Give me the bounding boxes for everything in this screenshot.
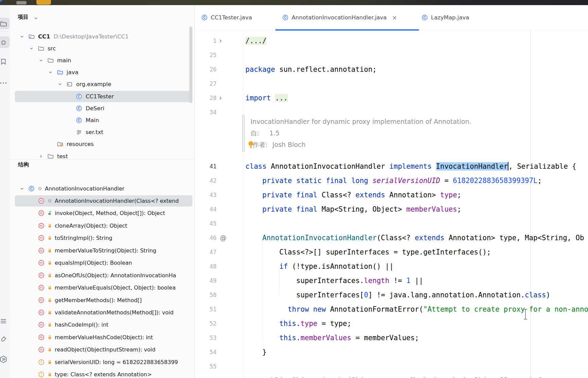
svg-text:m: m (40, 249, 42, 252)
code-token: . (296, 319, 300, 328)
fold-chevron-icon[interactable] (218, 92, 223, 104)
mouse-ibeam-cursor (523, 309, 528, 319)
code-line-51[interactable]: throw new AnnotationFormatError("Attempt… (245, 303, 588, 315)
method-icon: m (38, 322, 45, 328)
structure-item[interactable]: mequalsImpl(Object): Boolean (38, 257, 132, 269)
code-line-26[interactable]: package sun.reflect.annotation; (245, 64, 377, 75)
code-token: type (440, 191, 457, 199)
project-tree-item-org-example[interactable]: org.example (57, 79, 111, 90)
structure-item[interactable]: mvalidateAnnotationMethods(Method[]): vo… (38, 307, 174, 318)
menu-lines-icon[interactable] (0, 316, 9, 327)
code-line-43[interactable]: private final Class<? extends Annotation… (245, 189, 461, 201)
structure-item[interactable]: mmemberValueHashCode(Object): int (38, 331, 153, 343)
code-token: private static final long (262, 177, 373, 185)
bookmark-icon[interactable] (0, 56, 9, 67)
structure-item[interactable]: minvoke(Object, Method, Object[]): Objec… (38, 208, 165, 219)
method-icon: m (38, 235, 45, 241)
chevron-down-icon[interactable] (33, 16, 38, 21)
code-line-41[interactable]: class AnnotationInvocationHandler implem… (245, 161, 576, 172)
field-icon: f (38, 371, 45, 378)
project-tree-item-cc1[interactable]: CC1D:\Desktop\JavaTester\CC1 (19, 31, 129, 42)
line-number: 25 (200, 49, 217, 61)
code-line-28[interactable]: import ... (245, 92, 288, 104)
tab-close-icon[interactable]: × (392, 14, 397, 21)
class-icon: C (282, 14, 289, 21)
structure-item[interactable]: mreadObject(ObjectInputStream): void (38, 344, 155, 356)
implements-method-gutter-icon[interactable]: I (217, 375, 225, 378)
svg-text:m: m (40, 286, 42, 290)
code-line-52[interactable]: this.type = type; (245, 318, 351, 329)
private-lock-icon (47, 310, 52, 315)
svg-text:m: m (40, 211, 42, 215)
project-tree-item-deseri[interactable]: CDeSeri (67, 102, 104, 114)
editor-tab-lazymap-java[interactable]: CLazyMap.java (417, 5, 484, 30)
project-tree-item-test[interactable]: test (38, 150, 68, 159)
structure-item[interactable]: mmemberValueToString(Object): String (38, 245, 156, 256)
chevron-right-icon[interactable] (38, 154, 44, 159)
chevron-down-icon[interactable] (48, 70, 53, 75)
structure-item[interactable]: fserialVersionUID: long = 61820228836583… (38, 356, 178, 368)
tree-item-label: CC1 (38, 33, 50, 40)
project-tree-item-resources[interactable]: resources (48, 138, 94, 150)
svg-text:C: C (78, 94, 81, 98)
public-lock-icon (47, 211, 52, 216)
method-icon: m (38, 284, 45, 291)
project-folder-icon[interactable] (0, 18, 9, 29)
code-token: Class<?>[] superInterfaces = type.getInt… (279, 248, 491, 256)
structure-item[interactable]: CAnnotationInvocationHandler (19, 183, 124, 194)
code-line-1[interactable]: /.../ (245, 35, 266, 47)
code-line-50[interactable]: superInterfaces[0] != java.lang.annotati… (245, 289, 550, 301)
project-tree-item-main[interactable]: main (38, 54, 71, 66)
intention-bulb-icon[interactable] (247, 141, 254, 149)
folder-icon (47, 153, 54, 160)
code-line-44[interactable]: private final Map<String, Object> member… (245, 203, 461, 215)
code-token: , Serializable { (508, 162, 576, 170)
editor-tab-cc1tester-java[interactable]: CCC1Tester.java (197, 5, 269, 30)
code-line-47[interactable]: Class<?>[] superInterfaces = type.getInt… (245, 246, 491, 258)
code-line-42[interactable]: private static final long serialVersionU… (245, 175, 542, 186)
line-number: 27 (200, 78, 217, 89)
project-tree-item-ser-txt[interactable]: ser.txt (67, 127, 103, 138)
editor-tab-annotationinvocationhandler-java[interactable]: CAnnotationInvocationHandler.java× (275, 5, 420, 30)
structure-item[interactable]: mtoStringImpl(): String (38, 232, 112, 244)
project-tree-item-main[interactable]: CMain (67, 114, 99, 126)
chevron-down-icon[interactable] (19, 186, 24, 191)
structure-item-label: memberValueToString(Object): String (55, 247, 156, 254)
doc-author-value: Josh Bloch (272, 141, 306, 148)
more-ellipsis-icon[interactable] (0, 78, 9, 88)
chevron-down-icon[interactable] (57, 82, 63, 87)
structure-item[interactable]: mhashCodeImpl(): int (38, 319, 108, 331)
project-tree-item-cc1tester[interactable]: CCC1Tester (67, 91, 114, 102)
chevron-down-icon[interactable] (38, 58, 44, 63)
code-line-46[interactable]: AnnotationInvocationHandler(Class<? exte… (245, 232, 584, 244)
code-line-49[interactable]: superInterfaces.length != 1 || (245, 275, 423, 286)
code-token: Annotation> type, Map<String, Ob (449, 234, 584, 242)
project-tree-item-java[interactable]: java (48, 67, 79, 78)
chevron-down-icon[interactable] (29, 46, 34, 51)
code-token: memberValues (406, 205, 457, 213)
method-icon: m (38, 334, 45, 341)
doc-author-row: 作者:Josh Bloch (253, 139, 306, 150)
build-hammer-icon[interactable] (0, 334, 9, 345)
structure-item[interactable]: ftype: Class<? extends Annotation> (38, 369, 152, 378)
code-token: AnnotationInvocationHandler (271, 162, 390, 170)
structure-item[interactable]: mmemberValueEquals(Object, Object): bool… (38, 282, 176, 294)
code-line-53[interactable]: this.memberValues = memberValues; (245, 332, 419, 344)
structure-item[interactable]: mAnnotationInvocationHandler(Class<? ext… (38, 195, 179, 207)
code-line-54[interactable]: } (245, 346, 266, 358)
project-panel-scrollbar[interactable] (189, 27, 192, 103)
double-chevron-shield-icon[interactable] (0, 354, 9, 365)
code-line-56[interactable]: public Object invoke(Object proxy, Metho… (245, 375, 542, 378)
code-line-48[interactable]: if (!type.isAnnotation() || (245, 261, 394, 272)
structure-item[interactable]: mcloneArray(Object): Object (38, 220, 127, 231)
editor-area[interactable]: CCC1Tester.javaCAnnotationInvocationHand… (195, 5, 588, 378)
code-token: superInterfaces. (296, 277, 364, 285)
structure-item[interactable]: mgetMemberMethods(): Method[] (38, 294, 142, 306)
project-tree-item-src[interactable]: src (29, 43, 56, 54)
code-token: import (245, 94, 275, 102)
commit-square-icon[interactable] (0, 37, 9, 48)
annotation-gutter-icon[interactable]: @ (220, 232, 226, 244)
fold-chevron-icon[interactable] (218, 35, 223, 47)
chevron-down-icon[interactable] (19, 34, 24, 39)
structure-item[interactable]: masOneOfUs(Object): AnnotationInvocation… (38, 269, 176, 281)
